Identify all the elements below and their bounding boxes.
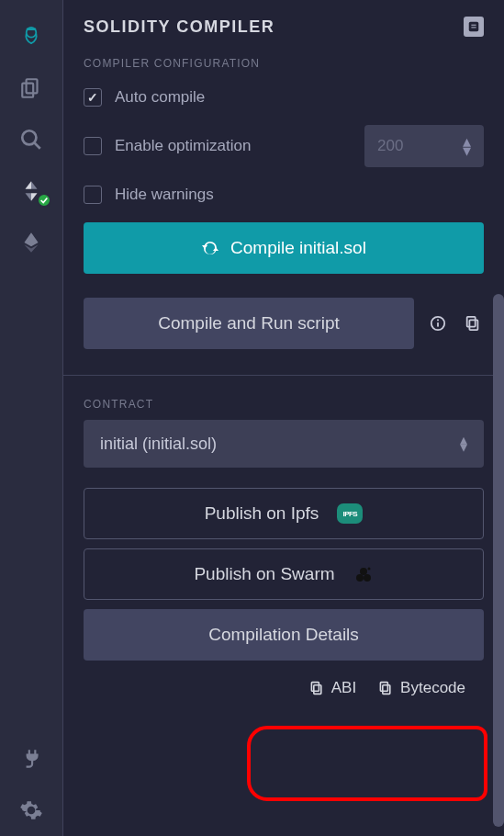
spinner-arrows-icon[interactable]: ▴▾ (463, 137, 471, 155)
optimization-label: Enable optimization (115, 137, 251, 155)
bytecode-label: Bytecode (400, 679, 465, 697)
optimization-option: Enable optimization 200 ▴▾ (84, 116, 484, 176)
swarm-icon (353, 564, 374, 584)
auto-compile-label: Auto compile (115, 88, 205, 107)
copy-icon (465, 315, 481, 332)
nav-deploy[interactable] (0, 217, 62, 268)
optimization-checkbox[interactable] (84, 137, 102, 155)
svg-rect-19 (383, 685, 390, 695)
nav-settings[interactable] (0, 785, 62, 836)
refresh-icon (201, 239, 219, 257)
svg-point-15 (360, 568, 367, 575)
files-icon (19, 76, 43, 100)
hide-warnings-label: Hide warnings (115, 186, 214, 204)
logo[interactable] (0, 11, 62, 62)
section-label-contract: CONTRACT (84, 398, 484, 411)
ipfs-badge-icon: IPFS (337, 503, 363, 524)
icon-sidebar (0, 0, 62, 836)
svg-rect-1 (27, 79, 38, 93)
nav-compiler[interactable] (0, 165, 62, 217)
nav-files[interactable] (0, 62, 62, 114)
publish-ipfs-button[interactable]: Publish on Ipfs IPFS (84, 488, 484, 539)
svg-point-3 (22, 130, 36, 144)
nav-search[interactable] (0, 114, 62, 165)
ethereum-icon (19, 231, 43, 254)
publish-ipfs-label: Publish on Ipfs (205, 503, 319, 524)
select-arrows-icon: ▴▾ (460, 436, 467, 451)
auto-compile-option[interactable]: Auto compile (84, 79, 484, 116)
auto-compile-checkbox[interactable] (84, 88, 102, 107)
active-check-badge (37, 193, 51, 208)
nav-plugins[interactable] (0, 733, 62, 785)
svg-rect-20 (381, 683, 388, 692)
publish-swarm-button[interactable]: Publish on Swarm (84, 548, 484, 600)
book-icon (467, 20, 480, 33)
svg-line-4 (34, 142, 40, 149)
remix-logo-icon (19, 25, 43, 49)
compilation-details-button[interactable]: Compilation Details (84, 609, 484, 661)
compile-run-label: Compile and Run script (158, 313, 339, 333)
svg-rect-9 (437, 322, 439, 327)
script-copy-button[interactable] (462, 312, 484, 334)
search-icon (19, 128, 43, 152)
script-info-button[interactable] (427, 312, 449, 334)
svg-rect-2 (22, 84, 33, 97)
copy-bytecode-button[interactable]: Bytecode (378, 679, 465, 697)
compile-button[interactable]: Compile initial.sol (84, 222, 484, 274)
compile-button-label: Compile initial.sol (230, 238, 366, 258)
compile-run-button[interactable]: Compile and Run script (84, 298, 414, 349)
docs-button[interactable] (464, 17, 484, 37)
hide-warnings-option[interactable]: Hide warnings (84, 176, 484, 213)
section-label-config: COMPILER CONFIGURATION (84, 57, 484, 70)
scrollbar[interactable] (493, 294, 504, 827)
gear-icon (19, 798, 43, 822)
abi-label: ABI (331, 679, 356, 697)
hide-warnings-checkbox[interactable] (84, 186, 102, 204)
solidity-compiler-panel: SOLIDITY COMPILER COMPILER CONFIGURATION… (62, 0, 504, 836)
svg-rect-17 (314, 685, 321, 695)
copy-icon (309, 681, 324, 695)
compilation-details-label: Compilation Details (208, 625, 359, 645)
copy-abi-button[interactable]: ABI (309, 679, 356, 697)
svg-rect-12 (467, 317, 476, 327)
optimization-runs-value: 200 (377, 137, 403, 155)
info-icon (430, 315, 446, 332)
svg-point-13 (356, 574, 364, 582)
panel-title: SOLIDITY COMPILER (84, 17, 464, 37)
publish-swarm-label: Publish on Swarm (194, 564, 334, 584)
optimization-runs-input[interactable]: 200 ▴▾ (364, 125, 484, 167)
svg-point-14 (364, 574, 371, 582)
svg-rect-5 (469, 22, 479, 32)
contract-select[interactable]: initial (initial.sol) ▴▾ (84, 420, 484, 468)
svg-rect-10 (437, 320, 439, 322)
svg-point-16 (367, 568, 370, 571)
plug-icon (19, 747, 43, 771)
contract-section: CONTRACT initial (initial.sol) ▴▾ Publis… (63, 375, 504, 706)
contract-selected-value: initial (initial.sol) (100, 435, 217, 454)
copy-icon (378, 681, 393, 695)
compiler-config-section: COMPILER CONFIGURATION Auto compile Enab… (63, 48, 504, 358)
svg-rect-11 (469, 320, 477, 330)
svg-rect-18 (311, 683, 319, 692)
